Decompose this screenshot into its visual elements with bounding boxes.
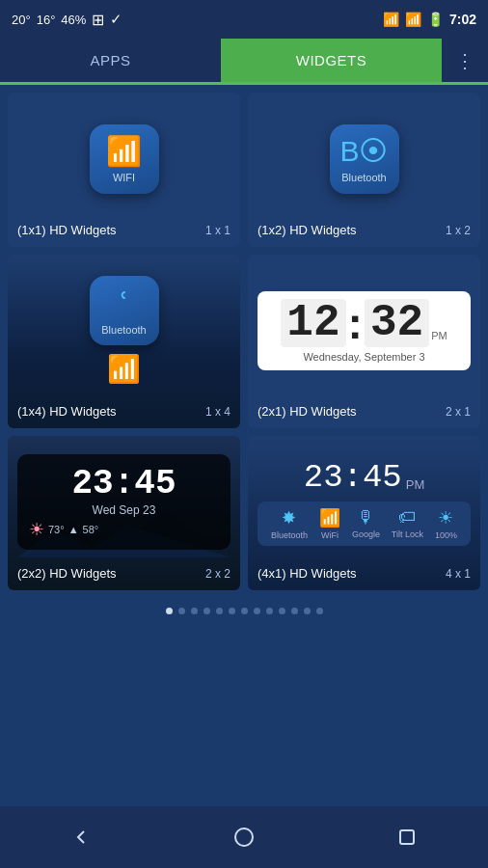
svg-point-2 [235,828,253,846]
row-mic-icon: 🎙 [357,507,374,528]
overflow-menu-button[interactable]: ⋮ [442,39,488,82]
recent-button[interactable] [390,820,424,854]
page-dot-6[interactable] [241,608,248,614]
widget-dark-clock-2x2[interactable]: 23:45 Wed Sep 23 ☀ 73° ▲ 58° (2x2) HD Wi… [8,436,240,590]
widget-preview-tall: ʿ️ Bluetooth 📶 [17,264,230,396]
back-button[interactable] [64,820,98,854]
clock-minutes: 32 [365,299,429,347]
row-brightness: ☀ 100% [435,507,457,540]
tab-widgets[interactable]: WIDGETS [221,39,442,82]
page-dot-9[interactable] [279,608,285,614]
page-dot-7[interactable] [254,608,260,614]
widget-title: (1x2) HD Widgets [258,223,357,237]
widget-row-4x1[interactable]: 23:45 PM ✸ Bluetooth 📶 WiFi 🎙 Google 🏷 [248,436,480,590]
widget-info: (1x2) HD Widgets 1 x 2 [258,223,471,237]
bluetooth-icon-label: Bluetooth [341,172,386,183]
page-dot-4[interactable] [216,608,223,614]
temp-arrow: ▲ [68,524,79,535]
widget-size: 2 x 2 [205,567,230,581]
page-dot-10[interactable] [291,608,298,614]
widget-info: (1x4) HD Widgets 1 x 4 [17,404,230,419]
widget-size: 1 x 4 [205,405,230,419]
clock-time-display: 12 : 32 PM [269,299,459,347]
widget-title: (2x1) HD Widgets [258,404,357,419]
signal-icon: 📶 [405,12,421,27]
bluetooth-symbol-icon: B⦿ [339,135,388,168]
page-dot-0[interactable] [166,608,173,614]
wifi-status-icon: 📶 [383,12,399,27]
home-button[interactable] [227,820,261,854]
widget-title: (4x1) HD Widgets [258,566,357,581]
row-lock-icon: 🏷 [398,507,416,528]
stacked-apps-icon: ⊞ [92,11,104,29]
widget-info: (2x1) HD Widgets 2 x 1 [258,404,471,419]
battery-pct: 46% [61,13,86,27]
widget-info: (4x1) HD Widgets 4 x 1 [258,566,471,581]
clock-widget-white: 12 : 32 PM Wednesday, September 3 [258,291,471,370]
widget-size: 1 x 2 [446,224,471,237]
row-bluetooth: ✸ Bluetooth [271,507,308,540]
status-right: 📶 📶 🔋 7:02 [383,12,476,27]
row-sun-icon: ☀ [438,507,453,529]
bluetooth-tall-icon-label: Bluetooth [101,324,146,336]
battery-icon: 🔋 [427,12,444,27]
row-bluetooth-icon: ✸ [282,507,296,529]
widget-bluetooth-1x4[interactable]: ʿ️ Bluetooth 📶 (1x4) HD Widgets 1 x 4 [8,255,240,428]
clock-time: 7:02 [449,12,476,27]
widget-preview: 12 : 32 PM Wednesday, September 3 [258,264,471,396]
page-dot-3[interactable] [203,608,210,614]
row-tiltlock-label: Tilt Lock [392,529,423,539]
page-dot-11[interactable] [304,608,311,614]
widget-clock-2x1[interactable]: 12 : 32 PM Wednesday, September 3 (2x1) … [248,255,480,428]
status-bar: 20° 16° 46% ⊞ ✓ 📶 📶 🔋 7:02 [0,0,488,39]
widget-bluetooth-1x2[interactable]: B⦿ Bluetooth (1x2) HD Widgets 1 x 2 [248,93,480,247]
temp-high: 20° [12,13,31,27]
dark-clock-temp: ☀ 73° ▲ 58° [29,519,219,540]
sun-icon: ☀ [29,519,44,540]
page-dot-2[interactable] [191,608,198,614]
tab-apps[interactable]: APPS [0,39,221,82]
widget-info: (2x2) HD Widgets 2 x 2 [17,566,230,581]
home-icon [232,826,256,849]
widget-title: (1x1) HD Widgets [17,223,117,237]
bluetooth-tall-icon-button: ʿ️ Bluetooth [90,276,159,345]
recent-icon [395,826,419,849]
wifi-icon-label: WIFI [113,172,135,183]
row-wifi: 📶 WiFi [319,507,340,540]
page-dot-12[interactable] [316,608,323,614]
status-left: 20° 16° 46% ⊞ ✓ [12,11,122,29]
row-bluetooth-label: Bluetooth [271,530,308,540]
page-indicators [0,598,488,624]
row-google-label: Google [352,529,380,539]
widget-title: (1x4) HD Widgets [17,404,117,419]
wifi-below-icon: 📶 [107,353,141,385]
widgets-grid: 📶 WIFI (1x1) HD Widgets 1 x 1 B⦿ Bluetoo… [0,85,488,598]
row-wifi-label: WiFi [321,530,339,540]
widget-size: 4 x 1 [446,567,471,581]
row-clock-time: 23:45 [304,459,402,496]
widget-preview-row: 23:45 PM ✸ Bluetooth 📶 WiFi 🎙 Google 🏷 [258,446,471,558]
wifi-icon-button: 📶 WIFI [90,124,159,194]
widget-preview: B⦿ Bluetooth [258,102,471,215]
row-tiltlock: 🏷 Tilt Lock [392,507,423,539]
check-icon: ✓ [110,11,122,28]
row-clock-ampm: PM [406,477,425,492]
back-icon [69,826,93,849]
clock-ampm: PM [431,330,447,341]
clock-hours: 12 [281,299,345,347]
widget-size: 2 x 1 [446,405,471,419]
svg-rect-3 [400,830,414,844]
temp-high: 58° [83,524,99,535]
page-dot-1[interactable] [178,608,185,614]
row-brightness-label: 100% [435,530,457,540]
widget-info: (1x1) HD Widgets 1 x 1 [17,223,230,237]
page-dot-5[interactable] [229,608,235,614]
widget-wifi-1x1[interactable]: 📶 WIFI (1x1) HD Widgets 1 x 1 [8,93,240,247]
row-time-display: 23:45 PM [304,459,425,496]
row-wifi-icon: 📶 [319,507,340,529]
widget-preview: 📶 WIFI [17,102,230,215]
page-dot-8[interactable] [266,608,273,614]
wifi-symbol-icon: 📶 [106,134,142,168]
clock-date: Wednesday, September 3 [269,351,459,363]
temp-low: 16° [37,13,56,27]
